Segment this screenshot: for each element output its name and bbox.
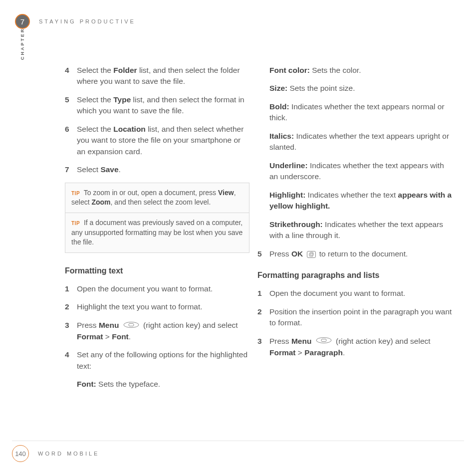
step-text: Select the Folder list, and then select … — [77, 65, 249, 87]
step-number: 2 — [65, 301, 77, 312]
definition: Underline: Indicates whether the text ap… — [269, 160, 454, 183]
tip-item: TIP If a document was previously saved o… — [65, 213, 249, 252]
step-text: Position the insertion point in the para… — [269, 306, 454, 329]
definition-desc: Sets the typeface. — [96, 380, 160, 388]
bold-text: Font — [112, 332, 129, 341]
definition: Highlight: Indicates whether the text ap… — [269, 190, 454, 212]
step-item: 6 Select the Location list, and then sel… — [65, 124, 249, 157]
step-text: Select Save. — [77, 164, 249, 175]
tip-label: TIP — [71, 221, 80, 226]
right-column: Font color: Sets the color. Size: Sets t… — [269, 65, 454, 397]
step-item: 5 Press OK to return to the document. — [257, 248, 454, 259]
step-number: 6 — [65, 124, 77, 157]
section-heading: Formatting text — [65, 265, 249, 276]
left-column: 4 Select the Folder list, and then selec… — [65, 65, 249, 397]
svg-point-2 — [316, 338, 331, 343]
bold-text: Type — [113, 95, 131, 104]
text: . — [129, 332, 131, 341]
step-number: 1 — [65, 283, 77, 294]
definition-term: Italics: — [269, 132, 294, 140]
step-item: 4 Select the Folder list, and then selec… — [65, 65, 249, 87]
step-item: 4 Set any of the following options for t… — [65, 349, 249, 372]
definition-term: Highlight: — [269, 191, 305, 199]
tip-label: TIP — [71, 191, 80, 196]
svg-rect-1 — [129, 323, 134, 326]
action-key-icon — [123, 320, 140, 331]
svg-point-0 — [124, 322, 139, 327]
text: To zoom in or out, open a document, pres… — [84, 189, 218, 197]
definition-desc: Indicates whether the text appears uprig… — [269, 132, 449, 151]
step-number: 4 — [65, 65, 77, 87]
definition-term: Underline: — [269, 161, 308, 170]
step-number: 7 — [65, 164, 77, 175]
text: > — [296, 348, 305, 357]
step-text: Press Menu (right action key) and select… — [269, 336, 454, 359]
text: Press — [269, 337, 291, 345]
step-text: Select the Type list, and then select th… — [77, 94, 249, 117]
step-item: 7 Select Save. — [65, 164, 249, 175]
text: . — [119, 165, 121, 174]
step-number: 5 — [65, 94, 77, 117]
step-text: Open the document you want to format. — [269, 288, 454, 299]
definition-desc: Indicates whether the text — [305, 191, 398, 199]
text: Press — [77, 321, 99, 329]
step-item: 3 Press Menu (right action key) and sele… — [65, 320, 249, 343]
definition: Bold: Indicates whether the text appears… — [269, 101, 454, 124]
definition: Font: Sets the typeface. — [77, 379, 249, 390]
step-item: 1 Open the document you want to format. — [257, 288, 454, 299]
step-text: Highlight the text you want to format. — [77, 301, 249, 312]
step-number: 5 — [257, 248, 269, 259]
definition-desc: Indicates whether the text appears norma… — [269, 102, 445, 122]
definition: Font color: Sets the color. — [269, 65, 454, 76]
text: Select — [77, 165, 100, 174]
definition-desc: Sets the point size. — [287, 84, 355, 92]
definition-desc: Sets the color. — [310, 66, 361, 74]
tip-item: TIP To zoom in or out, open a document, … — [65, 183, 249, 213]
text: Select the — [77, 95, 113, 104]
page-header: 7 STAYING PRODUCTIVE — [15, 14, 136, 29]
text: to return to the document. — [319, 249, 408, 258]
step-text: Press OK to return to the document. — [269, 248, 454, 259]
text: . — [343, 348, 345, 357]
step-text: Press Menu (right action key) and select… — [77, 320, 249, 343]
text: , and then select the zoom level. — [111, 198, 211, 206]
text: (right action key) and select — [336, 337, 431, 345]
bold-text: Menu — [99, 321, 119, 329]
step-item: 1 Open the document you want to format. — [65, 283, 249, 294]
section-heading: Formatting paragraphs and lists — [257, 269, 454, 281]
bold-text: Zoom — [91, 198, 110, 206]
definition: Size: Sets the point size. — [269, 83, 454, 94]
footer-title: WORD MOBILE — [38, 451, 99, 457]
bold-text: Menu — [291, 337, 311, 345]
step-number: 3 — [65, 320, 77, 343]
bold-text: OK — [291, 249, 303, 258]
bold-text: Location — [113, 125, 146, 133]
step-text: Set any of the following options for the… — [77, 349, 249, 372]
step-number: 1 — [257, 288, 269, 299]
definition: Strikethrough: Indicates whether the tex… — [269, 219, 454, 241]
bold-text: Folder — [113, 66, 137, 74]
text: (right action key) and select — [143, 321, 238, 329]
definition-term: Font color: — [269, 66, 310, 74]
page-content: 4 Select the Folder list, and then selec… — [65, 65, 459, 397]
bold-text: Save — [100, 165, 118, 174]
svg-rect-3 — [321, 339, 326, 342]
bold-text: View — [218, 189, 234, 197]
step-number: 2 — [257, 306, 269, 329]
text: If a document was previously saved on a … — [71, 219, 242, 246]
chapter-title: STAYING PRODUCTIVE — [39, 18, 136, 24]
ok-key-icon — [307, 251, 316, 258]
page-footer: 140 WORD MOBILE — [12, 445, 99, 462]
text: Press — [269, 249, 291, 258]
bold-text: Format — [269, 348, 296, 357]
chapter-number-badge: 7 — [15, 14, 30, 29]
step-text: Open the document you want to format. — [77, 283, 249, 294]
step-number: 3 — [257, 336, 269, 359]
page-number-badge: 140 — [12, 445, 29, 462]
text: Select the — [77, 66, 113, 74]
step-item: 2 Position the insertion point in the pa… — [257, 306, 454, 329]
tip-box: TIP To zoom in or out, open a document, … — [65, 183, 249, 253]
chapter-side-label: CHAPTER — [20, 27, 25, 60]
step-item: 3 Press Menu (right action key) and sele… — [257, 336, 454, 359]
definition-term: Strikethrough: — [269, 220, 323, 229]
